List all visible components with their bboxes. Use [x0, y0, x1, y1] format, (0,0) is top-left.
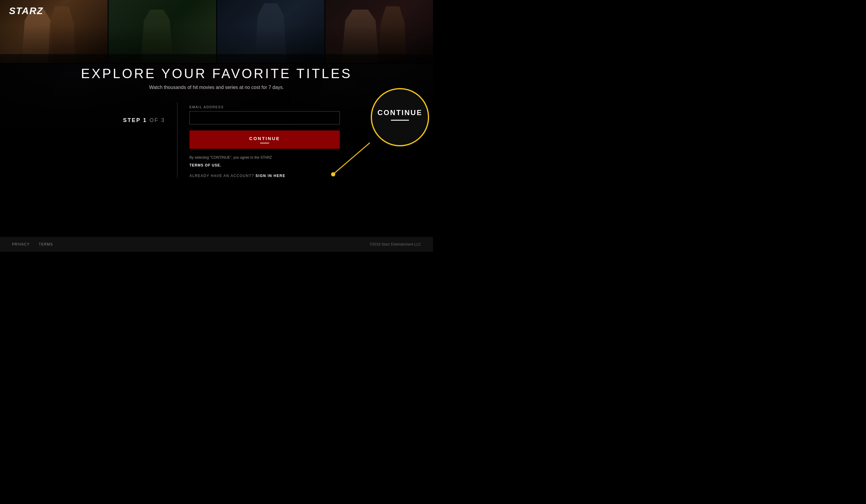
footer-terms-link[interactable]: TERMS: [39, 242, 53, 246]
main-content: EXPLORE YOUR FAVORITE TITLES Watch thous…: [0, 66, 433, 178]
footer-copyright: ©2019 Starz Entertainment LLC: [370, 242, 421, 246]
page-headline: EXPLORE YOUR FAVORITE TITLES: [81, 66, 352, 81]
hero-cell-3: [217, 0, 325, 63]
footer-privacy-link[interactable]: PRIVACY: [12, 242, 30, 246]
email-field-label: EMAIL ADDRESS: [189, 105, 340, 109]
terms-text: By selecting "CONTINUE", you agree to th…: [189, 155, 340, 160]
form-area: STEP 1 OF 3 EMAIL ADDRESS CONTINUE By se…: [93, 102, 340, 178]
account-text: ALREADY HAVE AN ACCOUNT? SIGN IN HERE: [189, 174, 340, 178]
page-subheadline: Watch thousands of hit movies and series…: [149, 85, 284, 90]
input-column: EMAIL ADDRESS CONTINUE By selecting "CON…: [177, 102, 340, 178]
sign-in-link[interactable]: SIGN IN HERE: [256, 174, 285, 178]
starz-logo: STARZ: [9, 5, 43, 16]
hero-cell-2: [109, 0, 216, 63]
email-input[interactable]: [189, 111, 340, 124]
footer-links: PRIVACY TERMS: [12, 242, 53, 246]
step-label: STEP 1 OF 3: [123, 117, 165, 124]
hero-cell-4: [325, 0, 433, 63]
terms-of-use-link[interactable]: TERMS OF USE.: [189, 163, 221, 167]
continue-button[interactable]: CONTINUE: [189, 131, 340, 149]
hero-grid-row1: [0, 0, 433, 63]
footer: PRIVACY TERMS ©2019 Starz Entertainment …: [0, 237, 433, 252]
step-number: STEP 1: [123, 117, 147, 123]
step-total: OF 3: [149, 117, 165, 123]
step-indicator: STEP 1 OF 3: [93, 102, 177, 178]
